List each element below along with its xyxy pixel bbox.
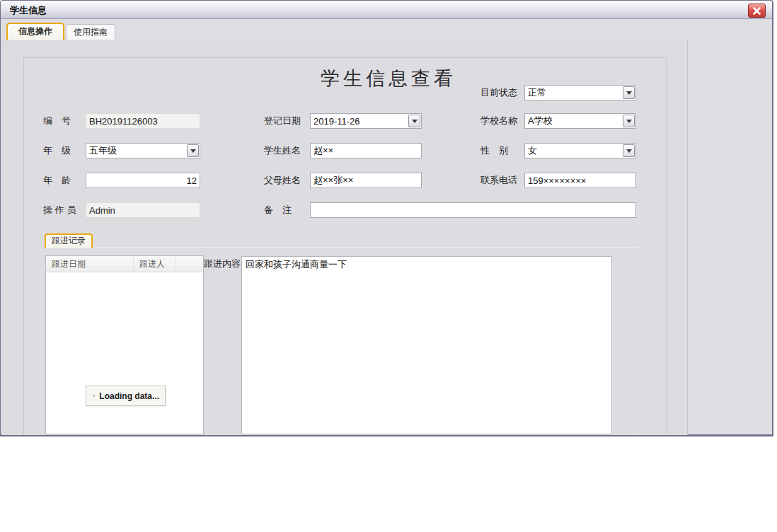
chevron-down-icon: [626, 149, 632, 153]
tab-info-operations[interactable]: 信息操作: [6, 23, 64, 40]
student-name-input[interactable]: [310, 143, 422, 158]
grade-value: 五年级: [89, 144, 117, 157]
followup-content-label: 跟进内容: [204, 258, 241, 270]
gender-value: 女: [528, 144, 537, 157]
tab-user-guide[interactable]: 使用指南: [66, 24, 115, 40]
chevron-down-icon: [626, 120, 632, 123]
dropdown-button[interactable]: [623, 86, 635, 99]
parents-name-label: 父母姓名: [264, 173, 301, 188]
status-combobox[interactable]: 正常: [524, 85, 636, 100]
loading-text: Loading data...: [99, 391, 159, 401]
school-value: A学校: [528, 115, 553, 127]
grid-column-followup-date[interactable]: 跟进日期: [46, 256, 134, 272]
status-value: 正常: [528, 86, 546, 99]
dropdown-button[interactable]: [623, 144, 635, 157]
age-input[interactable]: [86, 173, 200, 188]
tab-label: 使用指南: [74, 25, 108, 40]
chevron-down-icon: [626, 91, 632, 95]
phone-label: 联系电话: [480, 173, 517, 188]
remarks-input[interactable]: [310, 202, 636, 218]
grid-column-spacer: [176, 256, 203, 272]
tab-label: 信息操作: [18, 24, 52, 39]
reg-date-label: 登记日期: [264, 113, 301, 129]
gender-combobox[interactable]: 女: [524, 143, 636, 158]
number-label: 编 号: [43, 113, 71, 129]
number-input[interactable]: [86, 113, 200, 129]
student-name-label: 学生姓名: [264, 143, 301, 158]
window-title: 学生信息: [10, 4, 47, 17]
followup-grid[interactable]: 跟进日期 跟进人 Loading data...: [45, 255, 204, 434]
operator-input[interactable]: [86, 202, 200, 218]
dropdown-button[interactable]: [623, 115, 635, 127]
close-icon: [753, 7, 761, 15]
grade-label: 年 级: [43, 143, 71, 158]
close-button[interactable]: [748, 4, 766, 18]
school-combobox[interactable]: A学校: [524, 113, 636, 129]
page-title: 学生信息查看: [321, 66, 456, 91]
grid-column-followup-person[interactable]: 跟进人: [134, 256, 176, 272]
loading-spinner-icon: [92, 390, 95, 402]
chevron-down-icon: [412, 120, 418, 123]
desktop: 学生信息 信息操作 使用指南 学生信息查看 目前状态 正常 编 号 登记日期: [0, 0, 777, 532]
phone-input[interactable]: [524, 173, 636, 188]
dropdown-button[interactable]: [408, 115, 420, 127]
student-info-window: 学生信息 信息操作 使用指南 学生信息查看 目前状态 正常 编 号 登记日期: [0, 0, 773, 436]
grade-combobox[interactable]: 五年级: [86, 143, 200, 158]
reg-date-value: 2019-11-26: [313, 116, 360, 127]
gender-label: 性 别: [480, 143, 508, 158]
chevron-down-icon: [190, 149, 196, 153]
operator-label: 操 作 员: [43, 202, 76, 218]
followup-content-textarea[interactable]: 回家和孩子沟通商量一下: [241, 256, 612, 434]
tab-label: 跟进记录: [52, 235, 86, 247]
loading-indicator: Loading data...: [86, 386, 166, 406]
remarks-label: 备 注: [264, 202, 292, 218]
school-label: 学校名称: [480, 113, 517, 129]
status-label: 目前状态: [480, 85, 517, 100]
reg-date-picker[interactable]: 2019-11-26: [310, 113, 422, 129]
tab-followup-records[interactable]: 跟进记录: [45, 233, 93, 248]
parents-name-input[interactable]: [310, 173, 422, 188]
dropdown-button[interactable]: [187, 144, 199, 157]
grid-header: 跟进日期 跟进人: [46, 256, 203, 272]
titlebar[interactable]: 学生信息: [1, 1, 772, 19]
age-label: 年 龄: [43, 173, 71, 188]
